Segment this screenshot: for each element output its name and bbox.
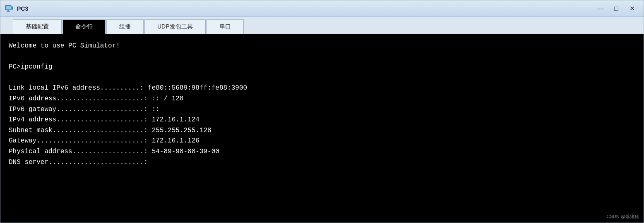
tab-cmd[interactable]: 命令行 [62, 19, 106, 34]
tab-multicast[interactable]: 组播 [106, 19, 144, 34]
close-button[interactable]: ✕ [625, 3, 639, 14]
svg-rect-2 [7, 11, 10, 12]
tab-udp[interactable]: UDP发包工具 [144, 19, 206, 34]
main-window: PC3 — □ ✕ 基础配置 命令行 组播 UDP发包工具 串口 Welcome… [0, 0, 644, 223]
tab-serial[interactable]: 串口 [207, 19, 244, 34]
title-bar: PC3 — □ ✕ [0, 0, 644, 17]
tab-basic[interactable]: 基础配置 [13, 19, 62, 34]
svg-rect-1 [7, 10, 9, 11]
pc-icon [5, 4, 14, 13]
maximize-button[interactable]: □ [609, 3, 624, 14]
terminal-output[interactable]: Welcome to use PC Simulator! PC>ipconfig… [0, 34, 644, 223]
minimize-button[interactable]: — [593, 3, 608, 14]
window-title: PC3 [17, 5, 593, 12]
svg-rect-3 [6, 6, 11, 9]
window-controls: — □ ✕ [593, 3, 639, 14]
tab-bar: 基础配置 命令行 组播 UDP发包工具 串口 [0, 17, 644, 34]
svg-rect-4 [12, 7, 13, 9]
watermark: CSDN @落猪猪 [607, 214, 639, 220]
